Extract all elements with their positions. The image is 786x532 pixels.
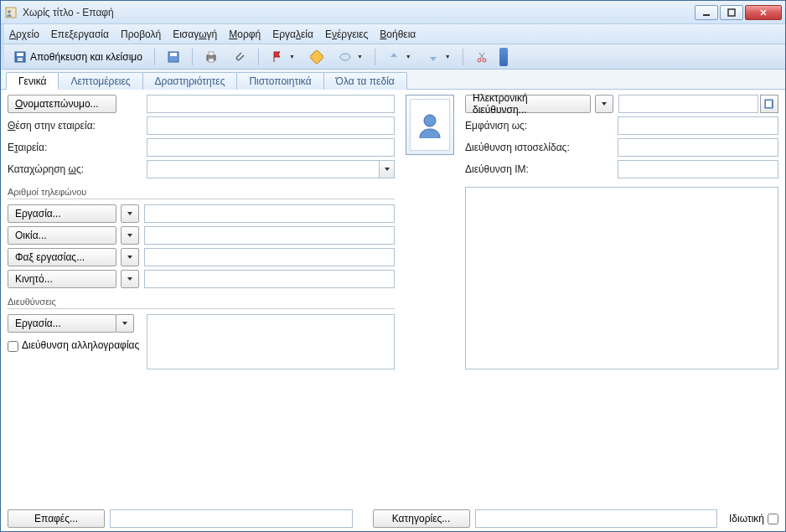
menubar: Αρχείο Επεξεργασία Προβολή Εισαγωγή Μορφ… (1, 24, 785, 44)
chevron-down-icon: ▼ (445, 54, 451, 59)
phone-work-button[interactable]: Εργασία... (8, 204, 116, 223)
private-checkbox-row[interactable]: Ιδιωτική (729, 513, 778, 524)
chevron-down-icon: ▼ (357, 54, 363, 59)
email-dd[interactable] (595, 95, 613, 113)
address-textarea[interactable] (147, 314, 395, 369)
right-column: Ηλεκτρονική διεύθυνση... Εμφάνιση ως: Δι… (465, 95, 778, 369)
mailing-address-checkbox[interactable] (8, 341, 18, 352)
phone-mobile-dd[interactable] (121, 270, 139, 288)
notes-area (465, 187, 778, 369)
svg-rect-19 (766, 101, 772, 107)
phone-fax-button[interactable]: Φαξ εργασίας... (8, 248, 116, 266)
svg-rect-11 (209, 59, 214, 62)
addressbook-button[interactable] (760, 95, 778, 113)
form-zone: Ονοματεπώνυμο... Θέση στην εταιρεία: Ετα… (8, 95, 778, 369)
company-label: Εταιρεία: (8, 140, 47, 155)
save-button[interactable] (161, 48, 186, 66)
menu-tools[interactable]: Εργαλεία (272, 28, 313, 40)
toolbar-separator (192, 49, 193, 65)
down-button[interactable]: ▼ (421, 48, 457, 66)
phone-home-dd[interactable] (121, 226, 139, 245)
mailing-address-label: Διεύθυνση αλληλογραφίας (22, 339, 139, 351)
fileas-combo[interactable] (147, 160, 395, 178)
save-close-button[interactable]: Αποθήκευση και κλείσιμο (8, 48, 148, 66)
toolbar: Αποθήκευση και κλείσιμο ▼ ▼ ▼ ▼ (1, 44, 785, 70)
cut-button[interactable] (469, 48, 494, 66)
web-label: Διεύθυνση ιστοσελίδας: (465, 142, 613, 153)
svg-rect-12 (310, 50, 323, 64)
private-label: Ιδιωτική (729, 513, 764, 524)
window-controls (695, 5, 782, 20)
menu-edit[interactable]: Επεξεργασία (51, 28, 109, 40)
mailing-address-checkbox-row[interactable]: Διεύθυνση αλληλογραφίας (8, 339, 142, 352)
contact-photo-button[interactable] (406, 95, 454, 155)
tab-allfields[interactable]: Όλα τα πεδία (323, 72, 407, 90)
print-button[interactable] (199, 48, 224, 66)
categories-button[interactable]: Κατηγορίες... (373, 509, 470, 528)
maximize-button[interactable] (720, 5, 743, 20)
tab-strip: Γενικά Λεπτομέρειες Δραστηριότητες Πιστο… (1, 70, 785, 90)
contacts-field[interactable] (110, 509, 353, 528)
addresses-group-title: Διευθύνσεις (8, 297, 395, 309)
categories-field[interactable] (475, 509, 718, 528)
fullname-input[interactable] (147, 95, 395, 113)
address-type-button[interactable]: Εργασία... (8, 314, 116, 333)
close-button[interactable] (745, 5, 782, 20)
menu-actions[interactable]: Ενέργειες (325, 28, 368, 40)
chevron-down-icon[interactable] (379, 161, 394, 178)
web-input[interactable] (618, 138, 778, 157)
notes-textarea[interactable] (465, 187, 778, 369)
menu-help[interactable]: Βοήθεια (380, 28, 416, 40)
attach-button[interactable] (227, 48, 252, 66)
tab-certs[interactable]: Πιστοποιητικά (236, 72, 323, 90)
phone-home-button[interactable]: Οικία... (8, 226, 116, 245)
chevron-down-icon: ▼ (406, 54, 411, 59)
phone-home-input[interactable] (144, 226, 395, 245)
phone-fax-dd[interactable] (121, 248, 139, 266)
address-type-dd[interactable] (116, 314, 134, 333)
svg-rect-3 (728, 9, 735, 16)
phone-mobile-input[interactable] (144, 270, 395, 288)
menu-format[interactable]: Μορφή (229, 28, 261, 40)
fullname-button[interactable]: Ονοματεπώνυμο... (8, 95, 116, 113)
email-button[interactable]: Ηλεκτρονική διεύθυνση... (465, 95, 591, 113)
attachments-button[interactable]: ▼ (333, 48, 369, 66)
im-input[interactable] (618, 160, 778, 178)
menu-view[interactable]: Προβολή (121, 28, 161, 40)
tab-activities[interactable]: Δραστηριότητες (142, 72, 238, 90)
tab-details[interactable]: Λεπτομέρειες (58, 72, 142, 90)
phone-mobile-button[interactable]: Κινητό... (8, 270, 116, 288)
private-checkbox[interactable] (768, 514, 778, 524)
im-label: Διεύθυνση IM: (465, 163, 613, 175)
position-input[interactable] (147, 116, 395, 135)
up-button[interactable]: ▼ (381, 48, 417, 66)
tab-general[interactable]: Γενικά (6, 72, 59, 90)
phones-group: Αριθμοί τηλεφώνου Εργασία... Οικία... (8, 187, 395, 288)
minimize-button[interactable] (695, 5, 718, 20)
contacts-button[interactable]: Επαφές... (8, 509, 105, 528)
phone-work-dd[interactable] (121, 204, 139, 223)
menu-file[interactable]: Αρχείο (9, 28, 39, 40)
phone-work-input[interactable] (144, 204, 395, 223)
toolbar-separator (463, 49, 463, 65)
addresses-group: Διευθύνσεις Εργασία... Διεύθυνση αλληλογ… (8, 297, 395, 369)
email-input[interactable] (618, 95, 758, 113)
svg-rect-2 (703, 14, 710, 16)
svg-point-13 (340, 54, 350, 60)
save-icon (13, 50, 27, 64)
phones-group-title: Αριθμοί τηλεφώνου (8, 187, 395, 199)
toolbar-overflow[interactable] (499, 48, 508, 66)
svg-rect-8 (170, 53, 177, 56)
displayas-input[interactable] (618, 116, 778, 135)
menu-insert[interactable]: Εισαγωγή (173, 28, 217, 40)
company-input[interactable] (147, 138, 395, 157)
assign-button[interactable] (304, 48, 329, 66)
flag-button[interactable]: ▼ (265, 48, 301, 66)
phone-fax-input[interactable] (144, 248, 395, 266)
chevron-down-icon: ▼ (289, 54, 295, 59)
footer-bar: Επαφές... Κατηγορίες... Ιδιωτική (8, 506, 778, 528)
fileas-input[interactable] (147, 161, 379, 178)
svg-rect-10 (209, 52, 214, 55)
position-label: Θέση στην εταιρεία: (8, 118, 96, 133)
contact-window: Χωρίς τίτλο - Επαφή Αρχείο Επεξεργασία Π… (0, 0, 786, 532)
